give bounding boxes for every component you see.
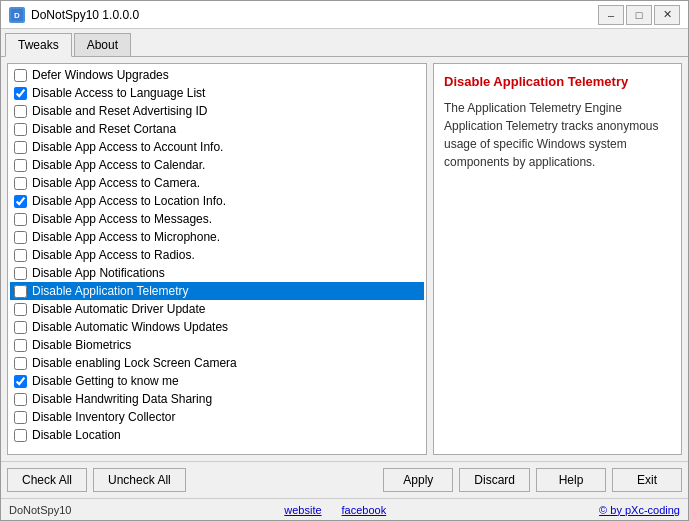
list-item-checkbox[interactable] bbox=[14, 123, 27, 136]
list-item[interactable]: Disable and Reset Cortana bbox=[10, 120, 424, 138]
tab-about[interactable]: About bbox=[74, 33, 131, 56]
copyright-link[interactable]: © by pXc-coding bbox=[599, 504, 680, 516]
window-title: DoNotSpy10 1.0.0.0 bbox=[31, 8, 598, 22]
checklist-container[interactable]: Defer Windows UpgradesDisable Access to … bbox=[8, 64, 426, 454]
list-item-label: Disable App Access to Radios. bbox=[32, 248, 195, 262]
list-item-label: Disable enabling Lock Screen Camera bbox=[32, 356, 237, 370]
maximize-button[interactable]: □ bbox=[626, 5, 652, 25]
main-window: D DoNotSpy10 1.0.0.0 – □ ✕ Tweaks About … bbox=[0, 0, 689, 521]
list-item-checkbox[interactable] bbox=[14, 249, 27, 262]
list-item-checkbox[interactable] bbox=[14, 267, 27, 280]
list-item-label: Disable Biometrics bbox=[32, 338, 131, 352]
detail-text: The Application Telemetry Engine Applica… bbox=[444, 99, 671, 171]
list-item-checkbox[interactable] bbox=[14, 231, 27, 244]
exit-button[interactable]: Exit bbox=[612, 468, 682, 492]
list-item[interactable]: Disable App Access to Location Info. bbox=[10, 192, 424, 210]
list-item[interactable]: Disable enabling Lock Screen Camera bbox=[10, 354, 424, 372]
window-controls: – □ ✕ bbox=[598, 5, 680, 25]
list-item-label: Disable Handwriting Data Sharing bbox=[32, 392, 212, 406]
svg-text:D: D bbox=[14, 11, 20, 20]
checklist-panel: Defer Windows UpgradesDisable Access to … bbox=[7, 63, 427, 455]
list-item-checkbox[interactable] bbox=[14, 303, 27, 316]
list-item-label: Disable and Reset Cortana bbox=[32, 122, 176, 136]
detail-title: Disable Application Telemetry bbox=[444, 74, 671, 89]
main-content: Defer Windows UpgradesDisable Access to … bbox=[1, 57, 688, 461]
list-item[interactable]: Disable App Access to Radios. bbox=[10, 246, 424, 264]
status-links: website facebook bbox=[284, 504, 386, 516]
minimize-button[interactable]: – bbox=[598, 5, 624, 25]
list-item-checkbox[interactable] bbox=[14, 177, 27, 190]
list-item[interactable]: Disable Application Telemetry bbox=[10, 282, 424, 300]
list-item[interactable]: Disable Location bbox=[10, 426, 424, 444]
list-item-checkbox[interactable] bbox=[14, 339, 27, 352]
right-buttons: Apply Discard Help Exit bbox=[383, 468, 682, 492]
list-item-checkbox[interactable] bbox=[14, 159, 27, 172]
list-item-checkbox[interactable] bbox=[14, 69, 27, 82]
help-button[interactable]: Help bbox=[536, 468, 606, 492]
list-item-label: Disable Automatic Driver Update bbox=[32, 302, 205, 316]
status-bar: DoNotSpy10 website facebook © by pXc-cod… bbox=[1, 498, 688, 520]
list-item-label: Disable and Reset Advertising ID bbox=[32, 104, 207, 118]
list-item-label: Disable Inventory Collector bbox=[32, 410, 175, 424]
list-item[interactable]: Disable App Access to Messages. bbox=[10, 210, 424, 228]
list-item-label: Disable App Access to Microphone. bbox=[32, 230, 220, 244]
title-bar: D DoNotSpy10 1.0.0.0 – □ ✕ bbox=[1, 1, 688, 29]
list-item-checkbox[interactable] bbox=[14, 141, 27, 154]
list-item-checkbox[interactable] bbox=[14, 357, 27, 370]
check-all-button[interactable]: Check All bbox=[7, 468, 87, 492]
list-item-label: Disable App Access to Account Info. bbox=[32, 140, 223, 154]
list-item-checkbox[interactable] bbox=[14, 87, 27, 100]
tab-tweaks[interactable]: Tweaks bbox=[5, 33, 72, 57]
list-item[interactable]: Disable Biometrics bbox=[10, 336, 424, 354]
list-item-checkbox[interactable] bbox=[14, 285, 27, 298]
tab-bar: Tweaks About bbox=[1, 29, 688, 57]
detail-panel: Disable Application Telemetry The Applic… bbox=[433, 63, 682, 455]
list-item-checkbox[interactable] bbox=[14, 393, 27, 406]
list-item-checkbox[interactable] bbox=[14, 375, 27, 388]
left-buttons: Check All Uncheck All bbox=[7, 468, 186, 492]
bottom-bar: Check All Uncheck All Apply Discard Help… bbox=[1, 461, 688, 498]
list-item[interactable]: Disable Inventory Collector bbox=[10, 408, 424, 426]
list-item-label: Defer Windows Upgrades bbox=[32, 68, 169, 82]
discard-button[interactable]: Discard bbox=[459, 468, 530, 492]
list-item[interactable]: Disable App Access to Account Info. bbox=[10, 138, 424, 156]
list-item-label: Disable Location bbox=[32, 428, 121, 442]
list-item-label: Disable App Access to Location Info. bbox=[32, 194, 226, 208]
list-item[interactable]: Disable Handwriting Data Sharing bbox=[10, 390, 424, 408]
list-item-checkbox[interactable] bbox=[14, 321, 27, 334]
list-item-label: Disable App Notifications bbox=[32, 266, 165, 280]
facebook-link[interactable]: facebook bbox=[342, 504, 387, 516]
website-link[interactable]: website bbox=[284, 504, 321, 516]
uncheck-all-button[interactable]: Uncheck All bbox=[93, 468, 186, 492]
list-item[interactable]: Disable Access to Language List bbox=[10, 84, 424, 102]
list-item-label: Disable App Access to Calendar. bbox=[32, 158, 205, 172]
close-button[interactable]: ✕ bbox=[654, 5, 680, 25]
list-item-checkbox[interactable] bbox=[14, 195, 27, 208]
list-item-checkbox[interactable] bbox=[14, 429, 27, 442]
list-item-checkbox[interactable] bbox=[14, 105, 27, 118]
list-item-checkbox[interactable] bbox=[14, 213, 27, 226]
list-item[interactable]: Disable App Access to Camera. bbox=[10, 174, 424, 192]
list-item-label: Disable Getting to know me bbox=[32, 374, 179, 388]
list-item-label: Disable Application Telemetry bbox=[32, 284, 189, 298]
apply-button[interactable]: Apply bbox=[383, 468, 453, 492]
list-item[interactable]: Disable App Access to Calendar. bbox=[10, 156, 424, 174]
list-item[interactable]: Disable Automatic Driver Update bbox=[10, 300, 424, 318]
list-item-label: Disable Access to Language List bbox=[32, 86, 205, 100]
list-item[interactable]: Disable Automatic Windows Updates bbox=[10, 318, 424, 336]
list-item[interactable]: Disable App Access to Microphone. bbox=[10, 228, 424, 246]
list-item-label: Disable App Access to Messages. bbox=[32, 212, 212, 226]
list-item-checkbox[interactable] bbox=[14, 411, 27, 424]
app-icon: D bbox=[9, 7, 25, 23]
list-item[interactable]: Defer Windows Upgrades bbox=[10, 66, 424, 84]
list-item[interactable]: Disable Getting to know me bbox=[10, 372, 424, 390]
list-item-label: Disable App Access to Camera. bbox=[32, 176, 200, 190]
list-item[interactable]: Disable and Reset Advertising ID bbox=[10, 102, 424, 120]
list-item-label: Disable Automatic Windows Updates bbox=[32, 320, 228, 334]
status-app-name: DoNotSpy10 bbox=[9, 504, 71, 516]
list-item[interactable]: Disable App Notifications bbox=[10, 264, 424, 282]
